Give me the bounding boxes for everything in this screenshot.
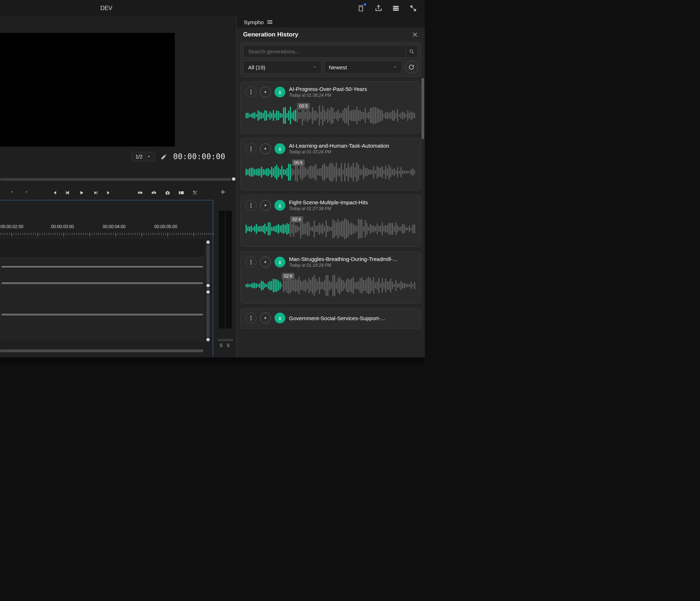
svg-rect-421 [404,283,405,288]
menu-icon[interactable] [267,20,272,24]
search-button[interactable] [406,45,418,58]
timeline-hscroll[interactable] [0,349,203,352]
download-button[interactable] [275,87,285,97]
step-forward-icon[interactable] [92,189,99,196]
slider-knob[interactable] [206,337,211,342]
generation-card[interactable]: Fight-Scene-Multiple-Impact-Hits Today a… [240,195,421,247]
meter-tick [217,339,233,341]
panel-tab-header[interactable]: Sympho [237,17,425,27]
filter-dropdown[interactable]: All (19) [243,61,321,74]
play-button[interactable] [260,200,271,211]
waveform[interactable]: 02:6 [246,273,416,298]
effects-icon[interactable] [191,189,199,196]
frames-icon[interactable] [178,189,185,196]
timecode[interactable]: 00:00:00:00 [173,152,225,161]
svg-rect-59 [314,111,315,121]
search-input[interactable] [243,45,406,58]
svg-rect-363 [305,279,306,292]
go-to-out-icon[interactable] [105,189,113,196]
play-button[interactable] [260,143,271,154]
go-to-in-icon[interactable] [51,189,58,196]
svg-rect-264 [312,226,313,231]
svg-rect-215 [404,171,405,174]
scrub-handle[interactable] [231,177,236,182]
svg-rect-43 [286,113,288,118]
svg-rect-105 [392,110,393,121]
refresh-button[interactable] [405,61,418,74]
generation-card[interactable]: Government-Social-Services-Support-... [240,308,421,329]
svg-rect-39 [280,113,281,118]
svg-rect-115 [409,113,410,118]
more-button[interactable] [246,313,256,323]
svg-rect-218 [409,171,410,173]
more-button[interactable] [246,257,256,267]
svg-rect-171 [329,164,330,180]
svg-rect-370 [317,282,318,290]
svg-rect-8 [140,192,142,193]
generation-list[interactable]: AI-Progress-Over-Past-50-Years Today at … [237,81,425,357]
play-button[interactable] [260,257,271,267]
svg-rect-401 [370,278,371,293]
generation-card[interactable]: AI-Progress-Over-Past-50-Years Today at … [240,81,421,134]
play-button[interactable] [260,87,271,97]
more-button[interactable] [246,87,256,97]
svg-rect-217 [407,171,408,173]
more-button[interactable] [246,200,256,211]
download-button[interactable] [275,257,285,267]
svg-rect-142 [280,169,281,175]
mark-in-icon[interactable] [9,189,16,196]
scrollbar-thumb[interactable] [422,78,424,139]
vertical-zoom-slider[interactable] [206,241,210,341]
svg-point-327 [250,263,251,264]
generation-title: AI-Progress-Over-Past-50-Years [289,86,367,92]
camera-icon[interactable] [164,189,171,196]
add-button[interactable] [220,189,227,196]
svg-rect-24 [254,112,255,118]
track-row[interactable] [0,257,204,276]
track-row[interactable] [0,307,204,322]
overwrite-icon[interactable] [150,189,157,196]
svg-rect-234 [261,226,262,231]
scrub-track[interactable] [0,178,234,181]
zoom-select[interactable]: 1/2 [131,152,155,161]
download-button[interactable] [275,143,285,154]
more-button[interactable] [246,143,256,154]
export-icon[interactable] [374,4,383,13]
mark-out-icon[interactable] [22,189,30,196]
waveform[interactable]: 02:4 [246,216,416,241]
svg-rect-55 [307,109,308,122]
wrench-icon[interactable] [160,153,168,161]
track-row[interactable] [0,276,204,289]
svg-rect-176 [337,169,338,176]
download-button[interactable] [275,313,285,323]
slider-knob[interactable] [206,283,211,288]
document-icon[interactable] [357,4,366,13]
bottom-strip [0,357,425,365]
svg-rect-265 [314,220,315,237]
slider-knob[interactable] [206,289,211,295]
download-button[interactable] [275,200,285,211]
svg-rect-216 [406,171,407,174]
close-icon[interactable] [412,31,418,38]
stack-icon[interactable] [392,4,400,13]
play-icon[interactable] [78,189,85,196]
tracks[interactable] [0,238,204,343]
generation-card[interactable]: Man-Struggles-Breathing-During-Treadmill… [240,251,421,304]
generation-card[interactable]: AI-Learning-and-Human-Task-Automation To… [240,138,421,190]
ruler-mark: 00:00:03:00 [51,224,74,229]
fullscreen-icon[interactable] [409,4,418,13]
waveform[interactable]: 03:5 [246,103,416,128]
step-back-icon[interactable] [64,189,72,196]
slider-knob[interactable] [206,240,211,245]
sort-dropdown[interactable]: Newest [324,61,402,74]
svg-rect-157 [305,167,306,177]
waveform[interactable]: 05:5 [246,160,416,185]
track-row[interactable] [0,322,204,341]
video-preview[interactable] [0,33,175,147]
track-row[interactable] [0,289,204,307]
insert-icon[interactable] [137,189,144,196]
track-row[interactable] [0,238,204,257]
play-button[interactable] [260,313,271,323]
timeline-ruler[interactable]: 00:00:02:00 00:00:03:00 00:00:04:00 00:0… [0,222,213,236]
svg-rect-48 [295,110,296,122]
